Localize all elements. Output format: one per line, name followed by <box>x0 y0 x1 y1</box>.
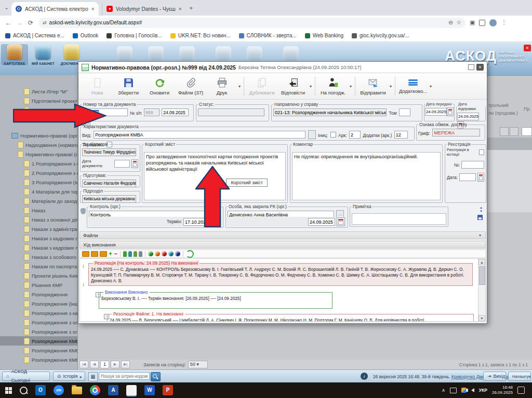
calendar-icon[interactable] <box>477 173 484 182</box>
send-date-input[interactable]: 24.09.2025 <box>457 113 479 120</box>
background-filter-button[interactable] <box>500 127 509 136</box>
registration-date-input[interactable] <box>459 173 476 181</box>
extensions-icon[interactable] <box>479 20 485 26</box>
sidebar-item[interactable]: Розпорядження (інші) КМГ КМР <box>0 299 77 308</box>
nav-my-cabinet[interactable]: МІЙ КАБІНЕТ <box>30 44 57 65</box>
remove-icon[interactable]: − <box>114 251 117 256</box>
header-tool-icon[interactable] <box>117 46 132 62</box>
zoom-icon[interactable]: zm <box>54 385 64 395</box>
header-tool-icon[interactable] <box>148 46 164 62</box>
status-green-icon[interactable] <box>148 251 153 256</box>
send-dropdown-icon[interactable]: ▾ <box>390 84 392 89</box>
add-icon[interactable]: + <box>109 251 112 256</box>
taskbar-search-icon[interactable] <box>20 387 28 394</box>
note-save-icon[interactable] <box>477 215 483 220</box>
barcode-search-button[interactable] <box>151 372 161 381</box>
progress-section-bar[interactable]: Хід виконання <box>79 241 486 249</box>
reply-button[interactable]: Відповісти <box>277 74 309 98</box>
sidebar-item[interactable]: 1 Розпорядження з основної ді <box>0 159 77 168</box>
header-tool-icon[interactable] <box>283 46 299 62</box>
files-section-bar[interactable]: Файли ▾ <box>79 231 486 239</box>
browser-menu-icon[interactable]: ⋮ <box>501 19 507 26</box>
kind-picker-button[interactable] <box>308 130 316 139</box>
background-filter-button[interactable] <box>510 127 518 136</box>
person-green-icon[interactable] <box>123 251 127 257</box>
askod-app-icon[interactable]: A <box>108 385 118 395</box>
tab-search-chevron-icon[interactable]: ⌄ <box>4 4 9 11</box>
grid-view-button[interactable]: ▦ <box>88 372 98 381</box>
folder-add-icon[interactable] <box>100 251 107 257</box>
side-panel-icon[interactable]: ▣ <box>470 19 475 26</box>
reply-dropdown-icon[interactable]: ▾ <box>310 84 312 89</box>
sidebar-item[interactable]: Розпорядження з особового складу <box>0 327 77 336</box>
browser-tab-inactive[interactable]: Volodymyr Dantes - Чуєш | Хіт × <box>102 2 186 16</box>
sidebar-item[interactable]: 4 Матеріали для термінового р <box>0 187 77 196</box>
prev-page-button[interactable]: ◀ <box>90 361 99 368</box>
language-indicator[interactable]: УКР <box>479 388 487 393</box>
word-icon[interactable]: W <box>144 385 155 395</box>
arrow-up-icon[interactable]: ▲ <box>477 206 485 210</box>
case-folder-input[interactable]: 021-13: Розпорядження начальника Київськ… <box>273 108 387 116</box>
chrome-icon[interactable] <box>90 385 100 395</box>
signed-date-input[interactable] <box>114 160 130 168</box>
send-button[interactable]: Відправити <box>357 74 389 98</box>
approval-dropdown-icon[interactable]: ▾ <box>350 84 352 89</box>
header-tool-icon[interactable] <box>179 46 195 62</box>
justice-checkbox[interactable] <box>479 149 484 155</box>
new-tab-button[interactable]: + <box>189 4 193 12</box>
sidebar-item[interactable]: Розпорядження з основної діяльно <box>0 318 77 327</box>
speaker-icon[interactable] <box>471 388 474 392</box>
bookmark-item[interactable]: АСКОД | Система е... <box>5 33 64 38</box>
tray-expand-icon[interactable]: ∧ <box>442 388 445 393</box>
close-icon[interactable]: × <box>476 64 484 71</box>
file-explorer-icon[interactable] <box>72 387 82 394</box>
bookmark-item[interactable]: СЛОВНИК - зверта... <box>239 33 297 38</box>
doc-kind-input[interactable]: Розпорядження КМВА <box>94 131 305 139</box>
person-grey-icon[interactable] <box>139 251 142 257</box>
resolution-block[interactable]: Резолюція (На контроль: 24.09.2025) На в… <box>88 263 473 286</box>
chevron-down-icon[interactable]: ▾ <box>479 232 481 239</box>
save-button[interactable]: Зберегти <box>113 74 144 98</box>
attachments-input[interactable]: 12 <box>394 131 408 139</box>
status-navy-icon[interactable] <box>175 251 180 256</box>
maximize-icon[interactable] <box>468 64 474 70</box>
duplicate-button[interactable]: Дублювати <box>246 74 277 98</box>
start-button[interactable] <box>5 387 12 394</box>
nav-kartoteka[interactable]: КАРТОТЕКА <box>1 44 28 65</box>
calendar-icon[interactable] <box>131 159 138 168</box>
info-icon[interactable]: i <box>361 373 368 380</box>
sidebar-item[interactable]: Проекти рішень Київради <box>0 271 77 280</box>
scroll-up-icon[interactable]: ▲ <box>478 259 485 265</box>
person-teal-icon[interactable] <box>128 251 132 257</box>
site-settings-icon[interactable]: ⇄ <box>43 20 46 25</box>
barcode-search-input[interactable] <box>99 372 150 380</box>
bookmark-item[interactable]: Outlook <box>73 33 98 38</box>
forward-icon[interactable]: → <box>17 19 23 26</box>
scroll-thumb[interactable] <box>479 266 485 285</box>
resolution-block[interactable]: Резолюція Файли: 1. На виконанні 24.09.2… <box>107 314 474 322</box>
taskbar-clock[interactable]: 16:48 26.09.2025 <box>492 385 513 395</box>
app-close-button[interactable]: × <box>524 45 531 51</box>
profile-avatar[interactable] <box>489 19 497 26</box>
prepared-by-input[interactable]: Савченко Наталія Федорівн <box>82 180 136 187</box>
url-text[interactable]: askod-web.kyivcity.gov.ua/Default.aspx# <box>49 20 445 25</box>
sidebar-item[interactable]: Надходження (нормативно-правов <box>0 140 77 149</box>
sidebar-item[interactable]: Розпорядження <box>0 290 77 299</box>
home-button[interactable]: ⌂ АСКОД Сьогодні <box>2 372 50 381</box>
refresh-small-icon[interactable] <box>186 250 194 258</box>
bookmark-item[interactable]: UKR.NET: Всі новин... <box>170 33 231 38</box>
department-input[interactable]: Київська міська державна ад <box>82 195 136 203</box>
resolution-block[interactable]: Виконання Виконано Березовському В. І. -… <box>99 292 332 309</box>
expand-all-icon[interactable]: ↕ <box>82 282 85 287</box>
approval-button[interactable]: На погодж. <box>317 74 349 98</box>
next-page-button[interactable]: ▶ <box>111 361 119 368</box>
powerpoint-icon[interactable]: P <box>163 385 173 395</box>
note-textarea[interactable] <box>352 213 446 225</box>
closed-date-input[interactable]: 24.09.2025 <box>308 218 335 226</box>
reload-icon[interactable]: ⟳ <box>28 19 33 26</box>
comment-textarea[interactable]: Не підлягає оприлюднення як внутрішньоор… <box>292 152 441 200</box>
more-button[interactable]: Додатково... <box>397 74 429 98</box>
sidebar-item[interactable]: 3 Розпорядження (Інші) <box>0 177 77 187</box>
last-page-button[interactable]: ▶| <box>121 361 130 368</box>
bookmark-item[interactable]: gioc.kyivcity.gov.ua/... <box>352 33 409 38</box>
